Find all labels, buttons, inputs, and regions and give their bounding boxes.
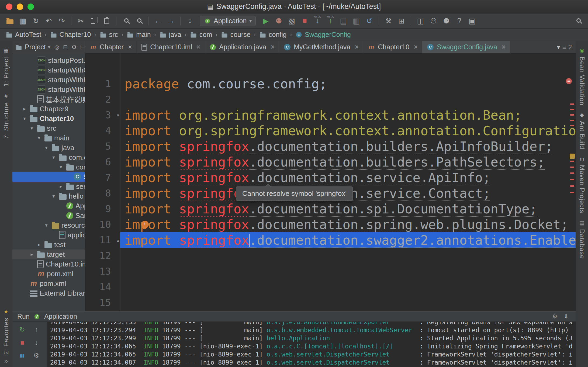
line-number[interactable]: 2 (85, 92, 120, 107)
tree-item[interactable]: mpom.xml (12, 269, 85, 279)
tree-item[interactable]: JSONstartupPost.json (12, 56, 85, 65)
line-number[interactable]: 13 (85, 264, 120, 279)
back-icon[interactable]: ← (152, 15, 164, 27)
minimize-window-button[interactable] (17, 4, 23, 10)
tool-button-7-structure[interactable]: #7: Structure (2, 92, 10, 139)
run-configuration-select[interactable]: Application▾ (200, 16, 256, 26)
project-panel-title[interactable]: Project (25, 43, 46, 51)
tree-item[interactable]: ▾config (12, 162, 85, 172)
stop-icon[interactable]: ■ (16, 337, 28, 348)
project-structure-icon[interactable]: ⊞ (395, 15, 407, 27)
chevron-down-icon[interactable]: ▾ (50, 154, 57, 160)
line-number[interactable]: 8 (85, 185, 120, 201)
tree-item[interactable]: ▸Chapter9 (12, 104, 85, 114)
code-line[interactable]: 3▾import org.springframework.context.ann… (85, 107, 576, 123)
code-line[interactable]: 15 (85, 295, 576, 310)
rerun-icon[interactable]: ↻ (16, 324, 28, 335)
line-number[interactable]: 9 (85, 201, 120, 217)
error-stripe-mark[interactable] (570, 161, 574, 162)
close-window-button[interactable] (6, 4, 12, 10)
plugins-icon[interactable]: ▣ (466, 15, 478, 27)
line-number[interactable]: 6 (85, 154, 120, 170)
tree-item[interactable]: ▾resources (12, 220, 85, 230)
replace-icon[interactable] (133, 15, 145, 27)
fold-arrow-up-icon[interactable]: ▴ (116, 232, 120, 248)
code-line[interactable]: 1package com.course.config; (85, 76, 576, 92)
close-icon[interactable]: × (414, 43, 418, 51)
error-stripe-mark[interactable] (570, 172, 574, 174)
chevron-right-icon[interactable]: ▸ (36, 242, 42, 248)
tree-item[interactable]: Sample (12, 211, 85, 220)
tree-item[interactable]: ▾main (12, 133, 85, 143)
tool-button-ant-build[interactable]: ◆Ant Build (578, 111, 586, 149)
line-number[interactable]: 1 (85, 76, 120, 92)
error-stripe-mark[interactable] (570, 125, 574, 126)
run-icon[interactable]: ▶ (260, 15, 272, 27)
tool-button-1-project[interactable]: ▦1: Project (2, 47, 10, 86)
editor-tab[interactable]: CMyGetMethod.java× (279, 41, 363, 53)
breadcrumb-item[interactable]: course (221, 31, 251, 39)
android-device-icon[interactable]: ⚇ (427, 15, 440, 27)
tree-item[interactable]: ▾Chapter10 (12, 114, 85, 123)
editor-tab[interactable]: mChapter10× (363, 41, 422, 53)
code-line[interactable]: 10!import springfox.documentation.spring… (85, 217, 576, 232)
close-icon[interactable]: × (196, 43, 200, 51)
error-stripe-mark[interactable] (570, 103, 574, 105)
help-icon[interactable]: ? (453, 15, 465, 27)
stop-icon[interactable]: ■ (298, 15, 311, 27)
breadcrumb-item[interactable]: java (159, 31, 181, 39)
forward-icon[interactable]: → (165, 15, 177, 27)
tree-item[interactable]: JSONstartupWithHeader.json (12, 75, 85, 85)
breadcrumb-item[interactable]: com (190, 31, 212, 39)
shelve-icon[interactable]: ▤ (337, 15, 350, 27)
debug-icon[interactable]: ⚉ (272, 15, 285, 27)
code-area[interactable]: 1package com.course.config;23▾import org… (85, 53, 576, 310)
vcs-commit-icon[interactable]: ↑VCS (324, 15, 337, 27)
chevron-down-icon[interactable]: ▾ (58, 164, 64, 170)
close-icon[interactable]: × (128, 43, 132, 51)
tree-item[interactable]: Chapter10.iml (12, 259, 85, 269)
code-line[interactable]: 12 (85, 248, 576, 264)
chevron-down-icon[interactable]: ▾ (29, 125, 35, 131)
line-number[interactable]: 12 (85, 248, 120, 264)
find-icon[interactable] (120, 15, 132, 27)
code-line[interactable]: 5import springfox.documentation.builders… (85, 139, 576, 154)
chevron-right-icon[interactable]: ▸ (58, 184, 64, 189)
code-line[interactable]: 11▴import springfox.documentation.swagge… (85, 232, 576, 248)
code-editor[interactable]: 1package com.course.config;23▾import org… (85, 53, 576, 311)
tool-button-2-favorites[interactable]: ★2: Favorites (2, 308, 10, 355)
locate-icon[interactable]: ◎ (53, 43, 61, 52)
code-line[interactable]: 2 (85, 92, 576, 107)
step-up-icon[interactable]: ↑ (30, 324, 42, 335)
tree-item[interactable]: CSwaggerConfig (12, 172, 85, 182)
editor-tab[interactable]: Application.java× (205, 41, 279, 53)
code-line[interactable]: 13 (85, 264, 576, 279)
code-line[interactable]: 7import springfox.documentation.service.… (85, 170, 576, 185)
chevron-right-icon[interactable]: ▸ (21, 106, 28, 112)
tree-item[interactable]: mpom.xml (12, 279, 85, 288)
hide-panel-icon[interactable]: ⊢ (78, 43, 85, 52)
tree-item[interactable]: External Libraries (12, 288, 85, 298)
layout-icon[interactable]: ◫ (414, 15, 427, 27)
paste-icon[interactable] (101, 15, 113, 27)
line-number[interactable]: 4 (85, 123, 120, 139)
breadcrumb-item[interactable]: src (99, 31, 118, 39)
error-stripe-mark[interactable] (570, 192, 574, 193)
editor-tab[interactable]: Chapter10.iml× (137, 41, 205, 53)
line-number[interactable]: 11▴ (85, 232, 120, 248)
line-number[interactable]: 5 (85, 139, 120, 154)
tab-list-icon[interactable]: ≡ (562, 43, 566, 51)
tree-item[interactable]: ▾hello (12, 191, 85, 201)
undo-icon[interactable]: ↶ (43, 15, 55, 27)
chevron-down-icon[interactable]: ▾ (50, 193, 57, 199)
code-line[interactable]: 4import org.springframework.context.anno… (85, 123, 576, 139)
chevron-right-icon[interactable]: ▸ (29, 251, 35, 257)
float-window-icon[interactable]: ⇓ (562, 312, 571, 321)
code-line[interactable]: 6import springfox.documentation.builders… (85, 154, 576, 170)
line-number[interactable]: 10 (85, 217, 120, 232)
breadcrumb-item[interactable]: CSwaggerConfig (295, 31, 351, 39)
close-icon[interactable]: × (355, 43, 359, 51)
android-sdk-icon[interactable]: ⚈ (440, 15, 452, 27)
warning-stripe-mark[interactable] (570, 154, 575, 159)
synchronize-icon[interactable]: ↻ (30, 15, 42, 27)
